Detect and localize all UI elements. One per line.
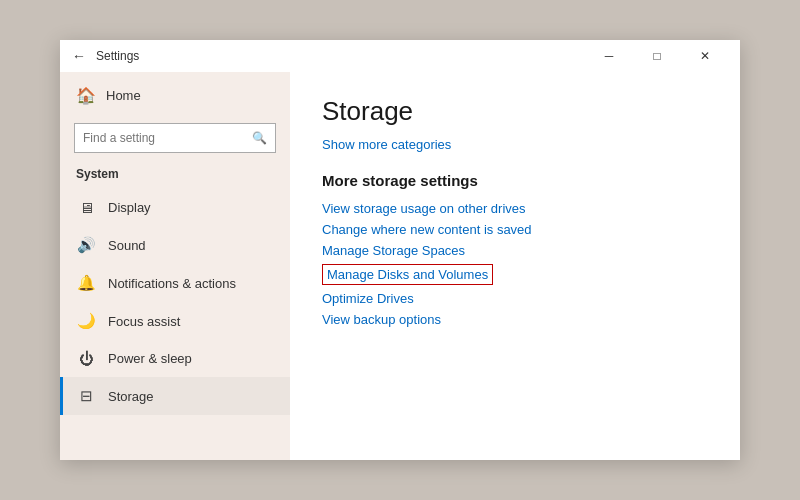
sidebar-item-display[interactable]: 🖥 Display	[60, 189, 290, 226]
more-storage-section-title: More storage settings	[322, 172, 708, 189]
home-label: Home	[106, 88, 141, 103]
optimize-drives-link[interactable]: Optimize Drives	[322, 291, 708, 306]
sidebar-item-label-display: Display	[108, 200, 151, 215]
title-bar: ← Settings ─ □ ✕	[60, 40, 740, 72]
content-area: 🏠 Home 🔍 System 🖥 Display 🔊 Sound 🔔 Noti…	[60, 72, 740, 460]
sidebar-section-title: System	[60, 163, 290, 189]
sidebar-item-label-notifications: Notifications & actions	[108, 276, 236, 291]
storage-icon: ⊟	[76, 387, 96, 405]
sidebar-item-label-sound: Sound	[108, 238, 146, 253]
view-backup-options-link[interactable]: View backup options	[322, 312, 708, 327]
sidebar-item-power[interactable]: ⏻ Power & sleep	[60, 340, 290, 377]
maximize-button[interactable]: □	[634, 40, 680, 72]
search-box[interactable]: 🔍	[74, 123, 276, 153]
notifications-icon: 🔔	[76, 274, 96, 292]
sidebar-home-item[interactable]: 🏠 Home	[60, 72, 290, 119]
view-storage-usage-link[interactable]: View storage usage on other drives	[322, 201, 708, 216]
sidebar-item-storage[interactable]: ⊟ Storage	[60, 377, 290, 415]
manage-disks-volumes-link[interactable]: Manage Disks and Volumes	[322, 264, 493, 285]
search-input[interactable]	[83, 131, 246, 145]
minimize-button[interactable]: ─	[586, 40, 632, 72]
sidebar-item-label-power: Power & sleep	[108, 351, 192, 366]
sidebar-item-focus[interactable]: 🌙 Focus assist	[60, 302, 290, 340]
sidebar-item-label-focus: Focus assist	[108, 314, 180, 329]
back-button[interactable]: ←	[72, 48, 86, 64]
close-button[interactable]: ✕	[682, 40, 728, 72]
sidebar-item-notifications[interactable]: 🔔 Notifications & actions	[60, 264, 290, 302]
sidebar-item-label-storage: Storage	[108, 389, 154, 404]
show-more-categories-link[interactable]: Show more categories	[322, 137, 708, 152]
window-title: Settings	[96, 49, 586, 63]
page-title: Storage	[322, 96, 708, 127]
change-content-link[interactable]: Change where new content is saved	[322, 222, 708, 237]
sidebar: 🏠 Home 🔍 System 🖥 Display 🔊 Sound 🔔 Noti…	[60, 72, 290, 460]
window-controls: ─ □ ✕	[586, 40, 728, 72]
main-panel: Storage Show more categories More storag…	[290, 72, 740, 460]
search-icon: 🔍	[252, 131, 267, 145]
display-icon: 🖥	[76, 199, 96, 216]
power-icon: ⏻	[76, 350, 96, 367]
sidebar-item-sound[interactable]: 🔊 Sound	[60, 226, 290, 264]
sound-icon: 🔊	[76, 236, 96, 254]
focus-icon: 🌙	[76, 312, 96, 330]
home-icon: 🏠	[76, 86, 96, 105]
settings-window: ← Settings ─ □ ✕ 🏠 Home 🔍 System 🖥 Displ…	[60, 40, 740, 460]
manage-storage-spaces-link[interactable]: Manage Storage Spaces	[322, 243, 708, 258]
